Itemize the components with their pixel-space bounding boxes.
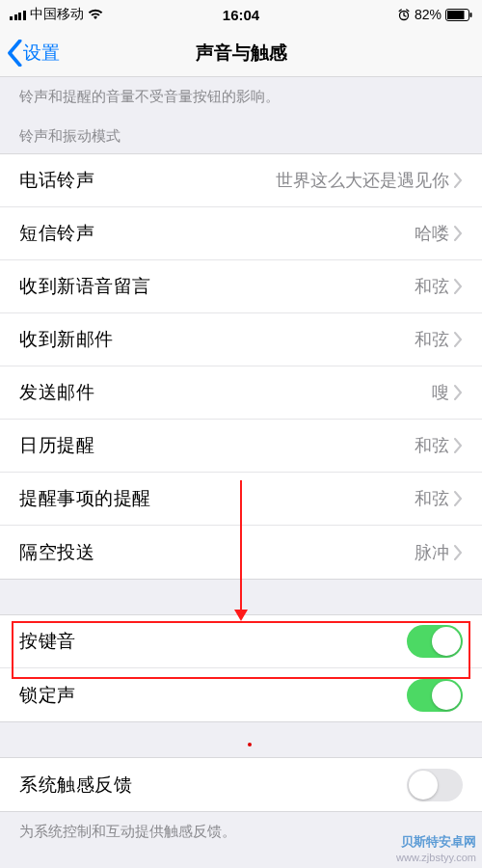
row-value: 哈喽 [415, 222, 463, 245]
toggle-lock-sound[interactable] [407, 679, 463, 712]
status-time: 16:04 [223, 7, 259, 23]
chevron-left-icon [6, 40, 23, 67]
row-label: 收到新邮件 [19, 327, 114, 352]
status-right: 82% [397, 7, 472, 22]
toggle-keyboard-clicks[interactable] [407, 625, 463, 658]
row-label: 日历提醒 [19, 433, 94, 458]
signal-icon [10, 10, 26, 20]
back-label: 设置 [23, 41, 60, 66]
row-value: 和弦 [415, 328, 463, 351]
row-label: 隔空投送 [19, 540, 94, 565]
chevron-right-icon [453, 545, 463, 560]
row-label: 电话铃声 [19, 168, 94, 193]
battery-icon [445, 9, 472, 21]
back-button[interactable]: 设置 [6, 40, 60, 67]
haptics-group: 系统触感反馈 [0, 757, 482, 812]
sound-toggle-group: 按键音 锁定声 [0, 614, 482, 722]
settings-row[interactable]: 隔空投送脉冲 [0, 526, 482, 579]
toggle-system-haptics[interactable] [407, 769, 463, 801]
row-value: 脉冲 [415, 541, 463, 564]
battery-pct: 82% [415, 7, 442, 22]
settings-row[interactable]: 收到新邮件和弦 [0, 313, 482, 366]
chevron-right-icon [453, 385, 463, 400]
settings-row[interactable]: 电话铃声世界这么大还是遇见你 [0, 154, 482, 207]
volume-caption: 铃声和提醒的音量不受音量按钮的影响。 [0, 77, 482, 114]
content: 铃声和提醒的音量不受音量按钮的影响。 铃声和振动模式 电话铃声世界这么大还是遇见… [0, 77, 482, 868]
settings-row[interactable]: 日历提醒和弦 [0, 420, 482, 473]
ringtone-group: 电话铃声世界这么大还是遇见你短信铃声哈喽收到新语音留言和弦收到新邮件和弦发送邮件… [0, 153, 482, 580]
chevron-right-icon [453, 226, 463, 241]
watermark: 贝斯特安卓网 www.zjbstyy.com [396, 834, 476, 864]
row-lock-sound[interactable]: 锁定声 [0, 668, 482, 721]
row-value: 嗖 [432, 381, 463, 404]
wifi-icon [88, 9, 103, 20]
watermark-main: 贝斯特安卓网 [396, 834, 476, 851]
svg-rect-3 [470, 13, 472, 17]
svg-rect-2 [447, 11, 465, 19]
settings-row[interactable]: 发送邮件嗖 [0, 366, 482, 420]
section-header-ringtones: 铃声和振动模式 [0, 114, 482, 153]
row-label: 提醒事项的提醒 [19, 486, 151, 511]
row-label: 短信铃声 [19, 221, 94, 246]
row-label: 锁定声 [19, 683, 76, 708]
row-value: 和弦 [415, 275, 463, 298]
annotation-dot [248, 743, 252, 746]
status-bar: 中国移动 16:04 82% [0, 0, 482, 29]
nav-bar: 设置 声音与触感 [0, 29, 482, 77]
chevron-right-icon [453, 438, 463, 453]
chevron-right-icon [453, 173, 463, 188]
settings-row[interactable]: 收到新语音留言和弦 [0, 260, 482, 313]
row-label: 按键音 [19, 629, 76, 654]
settings-row[interactable]: 提醒事项的提醒和弦 [0, 473, 482, 526]
chevron-right-icon [453, 332, 463, 347]
row-value: 和弦 [415, 487, 463, 510]
row-label: 收到新语音留言 [19, 274, 151, 299]
row-system-haptics[interactable]: 系统触感反馈 [0, 758, 482, 811]
carrier-label: 中国移动 [30, 6, 84, 23]
page-title: 声音与触感 [196, 41, 287, 66]
settings-row[interactable]: 短信铃声哈喽 [0, 207, 482, 260]
watermark-sub: www.zjbstyy.com [396, 851, 476, 864]
chevron-right-icon [453, 279, 463, 294]
row-label: 系统触感反馈 [19, 773, 132, 798]
alarm-icon [397, 8, 411, 21]
chevron-right-icon [453, 491, 463, 506]
row-value: 和弦 [415, 434, 463, 457]
row-keyboard-clicks[interactable]: 按键音 [0, 615, 482, 668]
status-left: 中国移动 [10, 6, 103, 23]
row-value: 世界这么大还是遇见你 [276, 169, 463, 192]
row-label: 发送邮件 [19, 380, 94, 405]
